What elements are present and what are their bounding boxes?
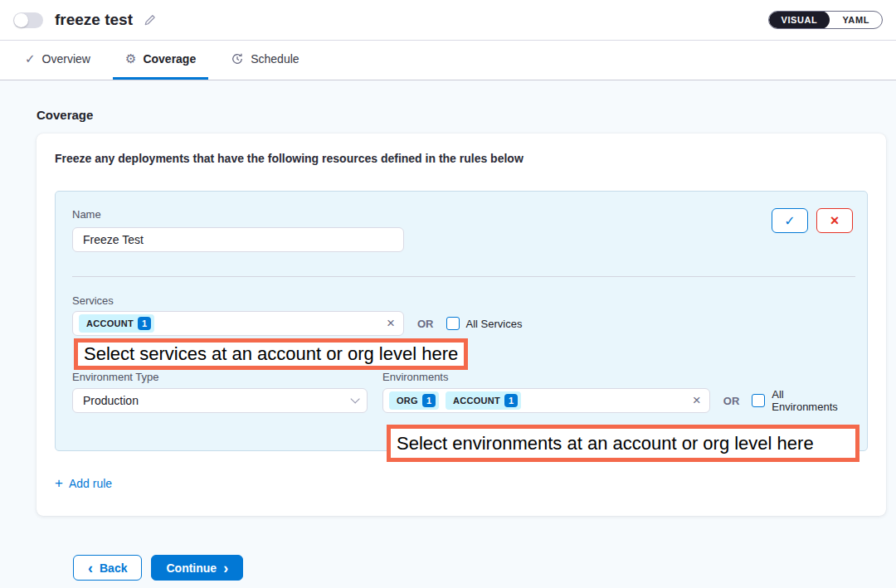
environment-row: Environment Type Production Environments… bbox=[72, 371, 852, 413]
all-services-checkbox[interactable] bbox=[446, 317, 460, 330]
add-rule-button[interactable]: Add rule bbox=[55, 475, 112, 492]
coverage-card: Freeze any deployments that have the fol… bbox=[37, 134, 886, 516]
environment-type-select[interactable]: Production bbox=[72, 388, 368, 413]
visual-mode-button[interactable]: VISUAL bbox=[769, 11, 830, 29]
tab-coverage-label: Coverage bbox=[143, 52, 196, 66]
check-icon bbox=[25, 51, 36, 66]
environment-tag-org[interactable]: ORG 1 bbox=[389, 391, 439, 410]
name-label: Name bbox=[72, 208, 852, 221]
services-row: ACCOUNT 1 OR All Services bbox=[72, 311, 852, 336]
environment-type-column: Environment Type Production bbox=[72, 371, 368, 413]
freeze-studio-page: freeze test VISUAL YAML Overview Coverag… bbox=[0, 0, 896, 588]
environments-annotation: Select environments at an account or org… bbox=[387, 425, 859, 462]
freeze-enabled-toggle[interactable] bbox=[13, 12, 43, 28]
gear-icon bbox=[125, 51, 136, 66]
environment-type-value: Production bbox=[83, 394, 139, 407]
all-services-label[interactable]: All Services bbox=[466, 318, 523, 330]
page-title: freeze test bbox=[55, 11, 133, 29]
tab-coverage[interactable]: Coverage bbox=[113, 41, 208, 80]
environments-multiselect[interactable]: ORG 1 ACCOUNT 1 bbox=[382, 388, 710, 413]
services-or-label: OR bbox=[417, 318, 434, 330]
tab-overview-label: Overview bbox=[42, 52, 90, 66]
all-environments-label[interactable]: All Environments bbox=[772, 388, 852, 413]
clear-services-icon[interactable] bbox=[387, 315, 395, 332]
environments-row: ORG 1 ACCOUNT 1 OR A bbox=[382, 388, 852, 413]
continue-button[interactable]: Continue bbox=[151, 555, 243, 581]
environments-or-label: OR bbox=[723, 395, 740, 407]
tab-schedule[interactable]: Schedule bbox=[218, 41, 311, 80]
coverage-description: Freeze any deployments that have the fol… bbox=[55, 152, 868, 165]
header: freeze test VISUAL YAML bbox=[0, 0, 896, 41]
service-tag-account[interactable]: ACCOUNT 1 bbox=[79, 314, 154, 333]
tag-count-badge: 1 bbox=[138, 317, 151, 330]
add-rule-label: Add rule bbox=[69, 477, 112, 490]
tab-bar: Overview Coverage Schedule bbox=[0, 41, 896, 80]
coverage-heading: Coverage bbox=[37, 108, 886, 122]
all-environments-checkbox[interactable] bbox=[752, 394, 765, 407]
rule-actions bbox=[772, 208, 853, 233]
chevron-right-icon bbox=[223, 561, 228, 576]
toggle-knob bbox=[14, 13, 28, 27]
visual-yaml-toggle: VISUAL YAML bbox=[768, 11, 884, 29]
environment-type-label: Environment Type bbox=[72, 371, 368, 383]
cancel-rule-button[interactable] bbox=[816, 208, 853, 233]
services-multiselect[interactable]: ACCOUNT 1 bbox=[72, 311, 404, 336]
tab-schedule-label: Schedule bbox=[251, 52, 299, 66]
services-annotation: Select services at an account or org lev… bbox=[74, 338, 468, 370]
tag-count-badge: 1 bbox=[422, 394, 436, 407]
tag-count-badge: 1 bbox=[504, 394, 518, 407]
coverage-content: Coverage Freeze any deployments that hav… bbox=[0, 80, 896, 581]
clear-environments-icon[interactable] bbox=[693, 392, 701, 409]
freeze-rule-card: Name Services ACCOUNT 1 bbox=[55, 191, 868, 451]
environment-tag-account[interactable]: ACCOUNT 1 bbox=[446, 391, 521, 410]
back-button[interactable]: Back bbox=[73, 555, 142, 581]
divider bbox=[72, 276, 855, 277]
edit-pencil-icon[interactable] bbox=[143, 13, 157, 27]
plus-icon bbox=[55, 475, 63, 492]
chevron-left-icon bbox=[88, 561, 93, 576]
services-label: Services bbox=[72, 294, 852, 307]
rule-name-input[interactable] bbox=[72, 227, 404, 252]
environments-label: Environments bbox=[382, 371, 852, 383]
confirm-rule-button[interactable] bbox=[772, 208, 808, 233]
yaml-mode-button[interactable]: YAML bbox=[830, 11, 882, 29]
wizard-footer: Back Continue bbox=[73, 555, 886, 581]
schedule-clock-icon bbox=[231, 52, 244, 66]
continue-button-label: Continue bbox=[166, 561, 217, 575]
environments-column: Environments ORG 1 ACCOUNT 1 bbox=[382, 371, 852, 413]
back-button-label: Back bbox=[100, 561, 127, 575]
tab-overview[interactable]: Overview bbox=[12, 41, 103, 80]
chevron-down-icon bbox=[350, 394, 359, 403]
